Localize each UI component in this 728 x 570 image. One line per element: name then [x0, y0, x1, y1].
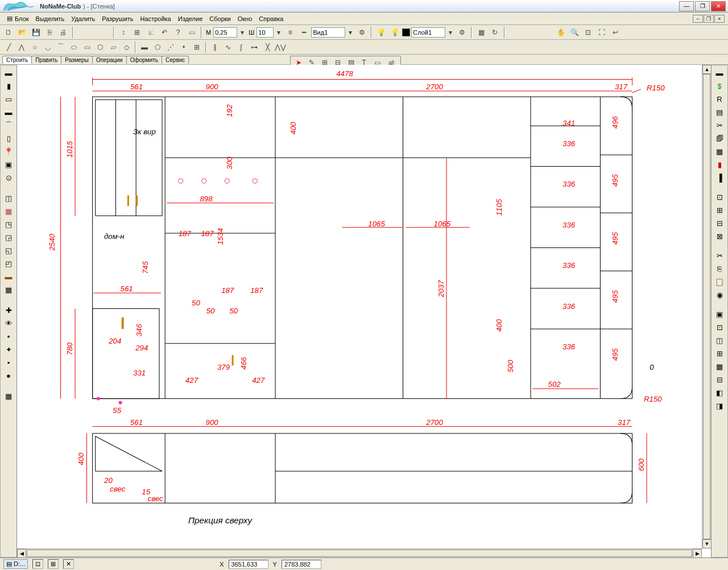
w-dropdown[interactable]: ▾	[275, 26, 283, 39]
tab-service[interactable]: Сервис	[162, 56, 189, 64]
r-b1-icon[interactable]: ▣	[713, 308, 726, 320]
zoom-window-icon[interactable]: ⊡	[582, 26, 594, 39]
circle-icon[interactable]: ○	[28, 41, 41, 53]
spline-icon[interactable]: ∫	[235, 41, 247, 53]
point-icon[interactable]: •	[177, 41, 190, 53]
scroll-left-button[interactable]: ◀	[17, 549, 26, 557]
drawing-canvas[interactable]: 4478 561 900 2700 317 R150 2540	[17, 65, 702, 548]
r-b3-icon[interactable]: ◫	[713, 334, 726, 346]
gray2-icon[interactable]: ▪	[2, 356, 15, 369]
menu-assemblies[interactable]: Сборки	[206, 14, 234, 23]
r-m4-icon[interactable]: ⊠	[713, 230, 726, 242]
r-b7-icon[interactable]: ◧	[713, 386, 726, 399]
zigzag-icon[interactable]: ⋀⋁	[274, 41, 287, 53]
layer-dropdown[interactable]: ▾	[446, 26, 454, 39]
r-t4-icon[interactable]: ▦	[713, 145, 726, 158]
cube2-icon[interactable]: ◲	[2, 231, 15, 243]
menu-window[interactable]: Окно	[234, 14, 256, 23]
wall-icon[interactable]: ▦	[2, 205, 15, 217]
view-select[interactable]	[311, 27, 345, 38]
print-icon[interactable]: 🖨	[57, 26, 69, 39]
tab-edit[interactable]: Править	[31, 56, 61, 64]
zoom-extents-icon[interactable]: ⛶	[595, 26, 608, 39]
bulb-on-icon[interactable]: 💡	[375, 26, 387, 39]
r-b5-icon[interactable]: ▦	[713, 360, 726, 373]
hex-icon[interactable]: ⬡	[94, 41, 106, 53]
diag-icon[interactable]: ╳	[261, 41, 274, 53]
pin-icon[interactable]: 📍	[2, 145, 15, 158]
zoom-in-icon[interactable]: 🔍	[568, 26, 581, 39]
open-icon[interactable]: 📂	[16, 26, 28, 39]
scroll-thumb-v[interactable]	[703, 74, 710, 539]
r-b6-icon[interactable]: ⊟	[713, 373, 726, 386]
plus2-icon[interactable]: ✚	[2, 304, 15, 316]
view-dropdown[interactable]: ▾	[346, 26, 354, 39]
ellipse-icon[interactable]: ⬭	[68, 41, 80, 53]
scroll-thumb-h[interactable]	[27, 550, 692, 557]
help-icon[interactable]: ?	[172, 26, 184, 39]
horizontal-scrollbar[interactable]: ◀ ▶	[17, 548, 702, 557]
conn-icon[interactable]: ⊶	[248, 41, 260, 53]
panel4-icon[interactable]: ▬	[2, 106, 15, 118]
r-rgb-icon[interactable]: ◉	[713, 288, 726, 301]
3d-box-icon[interactable]: ◫	[2, 192, 15, 204]
menu-help[interactable]: Справка	[255, 14, 287, 23]
menu-delete[interactable]: Удалить	[68, 14, 98, 23]
star-icon[interactable]: ✦	[2, 343, 15, 356]
curve-icon[interactable]: ∿	[222, 41, 234, 53]
r-b4-icon[interactable]: ⊞	[713, 347, 726, 360]
arc-icon[interactable]: ⌒	[2, 119, 15, 131]
palette-icon[interactable]: ▦	[475, 26, 487, 39]
rect2-icon[interactable]: ▬	[138, 41, 151, 53]
layer-select[interactable]	[411, 27, 445, 38]
r-dollar-icon[interactable]: $	[713, 80, 726, 92]
shape1-icon[interactable]: ▱	[107, 41, 119, 53]
poly2-icon[interactable]: ⬠	[151, 41, 164, 53]
menu-product[interactable]: Изделие	[175, 14, 206, 23]
close-button[interactable]: ✕	[711, 1, 726, 11]
grid2-icon[interactable]: ⊞	[191, 41, 203, 53]
zoom-prev-icon[interactable]: ↩	[609, 26, 622, 39]
cube3-icon[interactable]: ◱	[2, 244, 15, 257]
texture-icon[interactable]: ▦	[2, 390, 15, 402]
save-icon[interactable]: 💾	[30, 26, 42, 39]
eye-icon[interactable]: 👁	[2, 317, 15, 329]
wood-icon[interactable]: ▬	[2, 270, 15, 283]
tab-format[interactable]: Оформить	[126, 56, 162, 64]
box3-icon[interactable]: ▣	[2, 158, 15, 171]
rubik-icon[interactable]: ▦	[2, 283, 15, 296]
mdi-close[interactable]: ×	[714, 15, 725, 23]
panel1-icon[interactable]: ▬	[2, 67, 15, 79]
cube1-icon[interactable]: ◳	[2, 218, 15, 230]
mdi-minimize[interactable]: –	[693, 15, 703, 23]
r-m1-icon[interactable]: ⊡	[713, 191, 726, 203]
r-panel-icon[interactable]: ▬	[713, 67, 726, 79]
vertical-scrollbar[interactable]: ▲ ▼	[702, 65, 711, 548]
view-config-icon[interactable]: ⚙	[355, 26, 368, 39]
line-icon[interactable]: ╱	[2, 41, 15, 53]
pan-icon[interactable]: ✋	[555, 26, 567, 39]
status-win-icon1[interactable]: ⊡	[32, 559, 43, 569]
r-b2-icon[interactable]: ⊡	[713, 321, 726, 333]
r-paste-icon[interactable]: 📋	[713, 275, 726, 288]
menu-select[interactable]: Выделить	[32, 14, 68, 23]
axis-icon[interactable]: ↕	[117, 26, 130, 39]
box-icon[interactable]: ▭	[185, 26, 198, 39]
panel2-icon[interactable]: ▮	[2, 80, 15, 92]
taskbar-app-icon[interactable]: ▤ D:...	[3, 559, 28, 569]
linetype-icon[interactable]: ≡	[284, 26, 296, 39]
w-input[interactable]	[257, 27, 274, 38]
tab-ops[interactable]: Операции	[92, 56, 127, 64]
tab-dims[interactable]: Размеры	[61, 56, 93, 64]
grid-icon[interactable]: ⊞	[131, 26, 143, 39]
r-flag-icon[interactable]: ▐	[713, 171, 726, 184]
parallel-icon[interactable]: ∥	[209, 41, 221, 53]
scroll-up-button[interactable]: ▲	[702, 65, 711, 74]
undo-icon[interactable]: ↶	[158, 26, 171, 39]
save-all-icon[interactable]: ⎘	[43, 26, 56, 39]
maximize-button[interactable]: ❐	[695, 1, 710, 11]
menu-settings[interactable]: Настройка	[137, 14, 175, 23]
rect-icon[interactable]: ▭	[81, 41, 93, 53]
r-copy-icon[interactable]: ⎘	[713, 262, 726, 275]
cube4-icon[interactable]: ◰	[2, 257, 15, 270]
